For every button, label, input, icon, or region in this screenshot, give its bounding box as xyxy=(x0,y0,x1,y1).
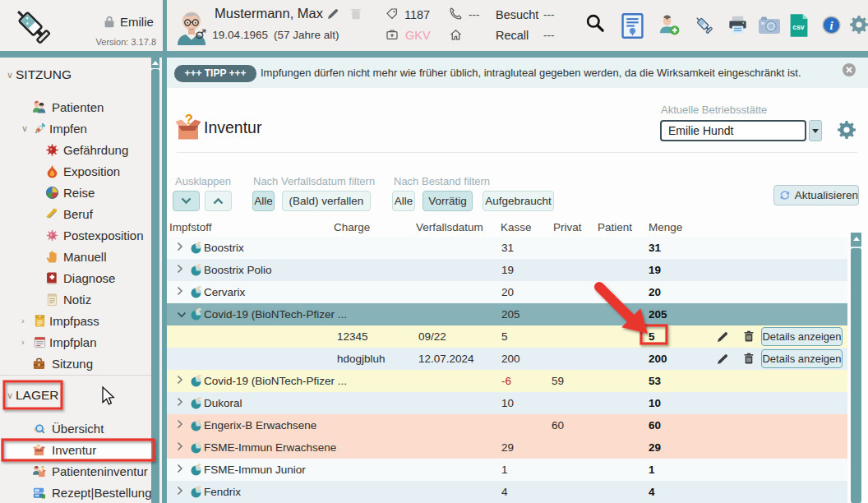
impfpass-icon xyxy=(33,314,47,328)
sidebar-item-diagnose[interactable]: Diagnose xyxy=(0,267,151,288)
sidebar-section-divider xyxy=(0,375,151,376)
address-home-icon xyxy=(449,28,463,42)
delete-batch-icon[interactable] xyxy=(742,352,755,366)
sidebar-item-gefaehrdung[interactable]: Gefährdung xyxy=(0,139,151,160)
sidebar-item-postexposition[interactable]: Postexposition xyxy=(0,224,151,246)
column-header-privat[interactable]: Privat xyxy=(553,221,582,233)
delete-batch-icon[interactable] xyxy=(742,330,755,344)
edit-patient-icon[interactable] xyxy=(326,7,340,21)
sidebar-item-uebersicht[interactable]: Übersicht xyxy=(0,418,151,439)
betriebsstaette-input[interactable]: Emilie Hundt xyxy=(660,120,806,141)
betriebsstaette-dropdown-button[interactable] xyxy=(809,120,822,141)
bestand-alle-button[interactable]: Alle xyxy=(392,191,415,211)
sidebar-item-impfen[interactable]: ∨ Impfen xyxy=(0,118,151,139)
table-row[interactable]: Fendrix 4 4 xyxy=(167,481,847,503)
table-row[interactable]: Cervarix 20 20 xyxy=(167,281,847,303)
table-scrollbar[interactable] xyxy=(851,233,861,503)
collapse-row-icon[interactable] xyxy=(177,303,188,325)
besucht-label: Besucht xyxy=(496,8,538,21)
expand-row-icon[interactable] xyxy=(177,436,188,459)
edit-batch-icon[interactable] xyxy=(716,330,730,344)
csv-export-icon[interactable]: csv xyxy=(789,13,809,38)
expand-row-icon[interactable] xyxy=(177,281,188,303)
sidebar-item-beruf[interactable]: Beruf xyxy=(0,203,151,224)
expand-all-button[interactable] xyxy=(173,191,200,211)
print-icon[interactable] xyxy=(727,14,749,36)
logged-in-user: Emilie xyxy=(104,14,154,29)
vaccine-icon xyxy=(190,419,202,431)
sidebar-item-sitzung[interactable]: Sitzung xyxy=(0,353,151,374)
table-row[interactable]: FSME-Immun Junior 1 1 xyxy=(167,459,847,481)
info-icon[interactable]: i xyxy=(821,15,842,35)
table-scroll-up-button[interactable] xyxy=(851,233,861,247)
expand-row-icon[interactable] xyxy=(177,459,188,481)
bestand-aufgebraucht-button[interactable]: Aufgebraucht xyxy=(482,191,554,211)
sidebar-scrollbar-thumb[interactable] xyxy=(151,69,159,503)
edit-batch-icon[interactable] xyxy=(716,352,730,366)
sidebar-item-patienteninventur[interactable]: ? Patienteninventur xyxy=(0,460,151,482)
sidebar-item-rezept-bestellung[interactable]: Rezept|Bestellung xyxy=(0,482,151,503)
sidebar-item-impfpass[interactable]: › Impfpass xyxy=(0,310,151,331)
sidebar-item-exposition[interactable]: Exposition xyxy=(0,160,151,182)
table-row[interactable]: Boostrix 31 31 xyxy=(167,237,847,259)
expand-row-icon[interactable] xyxy=(177,259,188,281)
sidebar-item-notiz[interactable]: Notiz xyxy=(0,288,151,310)
page-title: Inventur xyxy=(204,118,261,137)
tools-icon xyxy=(45,207,59,221)
table-row[interactable]: Engerix-B Erwachsene 60 60 xyxy=(167,414,847,436)
search-icon[interactable] xyxy=(584,12,606,34)
svg-text:i: i xyxy=(829,19,833,32)
sidebar-item-reise[interactable]: Reise xyxy=(0,182,151,203)
sidebar-item-manuell[interactable]: Manuell xyxy=(0,246,151,267)
expand-row-icon[interactable] xyxy=(177,392,188,414)
sidebar-item-impfplan[interactable]: › Impfplan xyxy=(0,331,151,353)
delete-patient-icon-disabled xyxy=(349,7,362,21)
column-header-menge[interactable]: Menge xyxy=(649,221,682,233)
besucht-value: --- xyxy=(543,8,555,21)
expand-row-icon[interactable] xyxy=(177,414,188,436)
verfall-bald-verfallen-button[interactable]: (Bald) verfallen xyxy=(282,191,371,211)
sidebar-item-inventur[interactable]: ? Inventur xyxy=(0,439,151,460)
add-patient-icon[interactable] xyxy=(658,14,681,37)
column-header-verfallsdatum[interactable]: Verfallsdatum xyxy=(416,221,483,233)
column-header-patient[interactable]: Patient xyxy=(598,221,632,233)
betriebsstaette-settings-gear-icon[interactable] xyxy=(837,120,856,140)
table-row-selected[interactable]: Covid-19 (BioNTech-Pfizer ... 205 205 xyxy=(167,303,847,325)
expand-row-icon[interactable] xyxy=(177,481,188,503)
sidebar-scroll-up-button[interactable] xyxy=(151,58,159,68)
insurance-type: GKV xyxy=(405,29,431,42)
table-row-batch[interactable]: hdogjbluh 12.07.2024 200 200 Details anz… xyxy=(167,348,847,370)
details-anzeigen-button[interactable]: Details anzeigen xyxy=(761,349,843,368)
table-row[interactable]: Dukoral 10 10 xyxy=(167,392,847,414)
lock-icon xyxy=(104,16,115,28)
column-header-kasse[interactable]: Kasse xyxy=(501,221,532,233)
bestand-vorraetig-button[interactable]: Vorrätig xyxy=(422,191,473,211)
arrow-up-icon xyxy=(853,237,860,241)
table-row[interactable]: FSME-Immun Erwachsene 29 29 xyxy=(167,436,847,459)
expand-row-icon[interactable] xyxy=(177,370,188,392)
tip-close-button[interactable] xyxy=(843,63,856,76)
settings-gear-icon[interactable] xyxy=(849,15,868,35)
refresh-button[interactable]: Aktualisieren xyxy=(773,185,859,205)
column-header-charge[interactable]: Charge xyxy=(334,221,370,233)
camera-icon[interactable] xyxy=(758,16,781,35)
sidebar-scrollbar[interactable] xyxy=(151,58,159,503)
verfall-alle-button[interactable]: Alle xyxy=(252,191,275,211)
sidebar-section-sitzung[interactable]: ∨ SITZUNG xyxy=(0,64,151,85)
certificate-icon[interactable] xyxy=(621,13,644,39)
chevron-up-icon xyxy=(213,197,224,205)
table-row[interactable]: Boostrix Polio 19 19 xyxy=(167,259,847,281)
details-anzeigen-button[interactable]: Details anzeigen xyxy=(761,327,843,346)
impfen-syringe-icon xyxy=(33,122,47,136)
vaccine-name: Dukoral xyxy=(204,392,242,414)
expand-row-icon[interactable] xyxy=(177,237,188,259)
table-row-batch[interactable]: 12345 09/22 5 5 Details anzeigen xyxy=(167,325,847,348)
sidebar-section-lager[interactable]: ∨ LAGER xyxy=(0,385,151,406)
table-row[interactable]: Covid-19 (BioNTech-Pfizer ... -6 59 53 xyxy=(167,370,847,392)
collapse-all-button[interactable] xyxy=(205,191,232,211)
column-header-impfstoff[interactable]: Impfstoff xyxy=(169,221,212,233)
vaccinate-icon[interactable] xyxy=(692,13,715,36)
table-scrollbar-thumb[interactable] xyxy=(851,248,861,503)
sidebar-item-patienten[interactable]: Patienten xyxy=(0,96,151,118)
phone-value: --- xyxy=(469,8,480,21)
